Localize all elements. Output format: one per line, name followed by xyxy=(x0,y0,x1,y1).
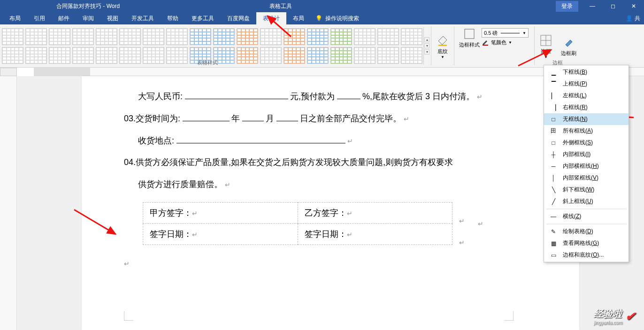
table-style[interactable] xyxy=(377,28,399,45)
table-style[interactable] xyxy=(213,28,235,45)
table-style[interactable] xyxy=(166,47,188,64)
document-page[interactable]: 大写人民币: 元,预付款为 %,尾款在收货后 3 日内付清。 ↵ 03.交货时间… xyxy=(82,76,579,330)
border-type-icon: ▁ xyxy=(549,69,558,76)
border-menu-item[interactable]: │内部竖框线(V) xyxy=(544,172,629,184)
vertical-ruler[interactable] xyxy=(0,76,17,330)
close-button[interactable]: ✕ xyxy=(623,0,644,12)
border-type-icon: ─ xyxy=(549,163,558,170)
table-style[interactable] xyxy=(237,47,258,64)
table-style[interactable] xyxy=(25,47,47,64)
table-style[interactable] xyxy=(377,47,399,64)
table-style[interactable] xyxy=(49,47,70,64)
table-style[interactable] xyxy=(401,28,422,45)
menu-item-label: 右框线(R) xyxy=(563,103,588,111)
table-style[interactable] xyxy=(330,28,352,45)
text: 月 xyxy=(266,114,274,123)
table-style[interactable] xyxy=(354,47,376,64)
border-weight-input[interactable]: 0.5 磅 ▼ xyxy=(482,28,529,38)
table-style[interactable] xyxy=(96,28,117,45)
table-style[interactable] xyxy=(2,28,23,45)
table-style[interactable] xyxy=(2,47,23,64)
cell-party-a: 甲方签字：↵ xyxy=(143,202,298,223)
border-style-button[interactable]: 边框样式 xyxy=(457,26,482,48)
menu-item-label: 所有框线(A) xyxy=(563,127,593,135)
table-style[interactable] xyxy=(49,28,70,45)
cell-date-a: 签字日期：↵ xyxy=(143,223,298,244)
table-style[interactable] xyxy=(260,28,282,45)
chevron-down-icon: ▼ xyxy=(441,55,445,59)
signature-table[interactable]: 甲方签字：↵ 乙方签字：↵ 签字日期：↵ 签字日期：↵ xyxy=(143,202,452,245)
tab-view[interactable]: 视图 xyxy=(100,12,125,24)
table-style[interactable] xyxy=(143,47,164,64)
table-style[interactable] xyxy=(307,28,329,45)
tell-me-search[interactable]: 💡 操作说明搜索 xyxy=(315,15,359,23)
maximize-button[interactable]: ◻ xyxy=(603,0,623,12)
border-menu-item[interactable]: ▁下框线(B) xyxy=(544,66,629,78)
border-menu-item[interactable]: ┼内部框线(I) xyxy=(544,149,629,160)
border-menu-item[interactable]: ▦查看网格线(G) xyxy=(544,237,629,249)
pen-color-button[interactable]: 笔颜色 ▼ xyxy=(482,39,529,46)
cell-party-b: 乙方签字：↵ xyxy=(298,202,452,223)
table-style[interactable] xyxy=(284,28,305,45)
tab-moretools[interactable]: 更多工具 xyxy=(185,12,221,24)
table-style[interactable] xyxy=(143,28,164,45)
tab-layout[interactable]: 布局 xyxy=(3,12,27,24)
border-menu-item[interactable]: ╲斜下框线(W) xyxy=(544,184,629,196)
pen-icon xyxy=(482,39,489,46)
para-mark-icon: ↵ xyxy=(124,260,130,267)
border-menu-item[interactable]: —横线(Z) xyxy=(544,211,629,222)
table-style[interactable] xyxy=(190,28,211,45)
border-menu-item[interactable]: ▭边框和底纹(O)... xyxy=(544,249,629,261)
minimize-button[interactable]: ― xyxy=(582,0,603,12)
table-style[interactable] xyxy=(237,28,258,45)
table-style[interactable] xyxy=(96,47,117,64)
tab-help[interactable]: 帮助 xyxy=(161,12,185,24)
tab-review[interactable]: 审阅 xyxy=(76,12,100,24)
border-menu-item[interactable]: 田所有框线(A) xyxy=(544,125,629,137)
tab-baidu[interactable]: 百度网盘 xyxy=(221,12,256,24)
table-style[interactable] xyxy=(354,28,376,45)
table-style[interactable] xyxy=(119,28,141,45)
table-style[interactable] xyxy=(284,47,305,64)
tab-mailings[interactable]: 邮件 xyxy=(52,12,76,24)
table-styles-gallery: ▴▾▾ 表格样式 xyxy=(0,24,431,67)
gallery-more[interactable]: ▴▾▾ xyxy=(423,27,430,64)
shading-label: 底纹 xyxy=(437,48,448,55)
tab-references[interactable]: 引用 xyxy=(27,12,52,24)
border-type-icon: ╱ xyxy=(549,198,558,205)
table-style[interactable] xyxy=(166,28,188,45)
page-margin-marker xyxy=(504,311,514,321)
table-style[interactable] xyxy=(260,47,282,64)
page-margin-marker xyxy=(124,311,133,321)
table-style[interactable] xyxy=(330,47,352,64)
table-style[interactable] xyxy=(307,47,329,64)
table-style[interactable] xyxy=(72,47,94,64)
table-style[interactable] xyxy=(72,28,94,45)
tell-me-label: 操作说明搜索 xyxy=(325,15,359,23)
weight-value: 0.5 磅 xyxy=(484,30,498,37)
table-style[interactable] xyxy=(401,47,422,64)
table-style[interactable] xyxy=(25,28,47,45)
border-menu-item[interactable]: ▏左框线(L) xyxy=(544,90,629,102)
border-type-icon: ▦ xyxy=(549,240,558,247)
ruler-corner xyxy=(0,68,17,76)
border-menu-item[interactable]: ╱斜上框线(U) xyxy=(544,196,629,207)
cell-date-b: 签字日期：↵ xyxy=(298,223,452,244)
border-menu-item[interactable]: ▔上框线(P) xyxy=(544,78,629,90)
tab-table-design[interactable]: 表设计 xyxy=(256,12,286,24)
title-bar: 合同落款对齐技巧 - Word 表格工具 登录 ― ◻ ✕ xyxy=(0,0,644,12)
shading-button[interactable]: 底纹 ▼ xyxy=(431,24,454,67)
border-menu-item[interactable]: ─内部横框线(H) xyxy=(544,160,629,172)
border-menu-item[interactable]: □外侧框线(S) xyxy=(544,137,629,149)
ribbon-tabs: 布局 引用 邮件 审阅 视图 开发工具 帮助 更多工具 百度网盘 表设计 布局 … xyxy=(0,12,644,24)
tab-developer[interactable]: 开发工具 xyxy=(125,12,161,24)
border-menu-item[interactable]: □无框线(N) xyxy=(544,113,629,125)
chevron-down-icon: ▼ xyxy=(508,40,512,45)
share-button[interactable]: 👤 共 xyxy=(626,15,640,23)
tab-table-layout[interactable]: 布局 xyxy=(286,12,311,24)
border-menu-item[interactable]: ▕右框线(R) xyxy=(544,102,629,113)
watermark-text: 经验啦 xyxy=(594,308,622,319)
login-button[interactable]: 登录 xyxy=(556,1,578,12)
table-style[interactable] xyxy=(119,47,141,64)
border-menu-item[interactable]: ✎绘制表格(D) xyxy=(544,226,629,237)
